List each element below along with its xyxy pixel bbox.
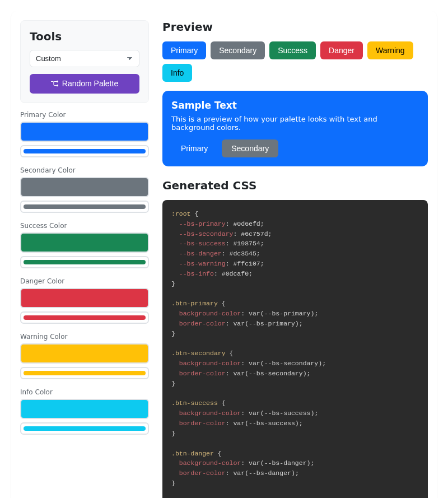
lightness-range-secondary[interactable] <box>24 204 146 209</box>
preview-title: Preview <box>162 20 428 34</box>
color-label-success: Success Color <box>20 222 149 230</box>
random-palette-button[interactable]: Random Palette <box>30 74 139 94</box>
lightness-range-warning[interactable] <box>24 371 146 375</box>
preview-btn-warning[interactable]: Warning <box>367 41 413 59</box>
color-swatch-warning[interactable] <box>20 343 149 364</box>
tools-title: Tools <box>30 30 139 43</box>
lightness-range-wrap-warning <box>20 367 149 379</box>
generated-title: Generated CSS <box>162 179 428 192</box>
generated-css-code[interactable]: :root { --bs-primary: #0d6efd; --bs-seco… <box>162 200 428 498</box>
tools-card: Tools Custom Random Palette <box>20 20 149 103</box>
tools-sidebar: Tools Custom Random Palette Primary Colo… <box>20 20 149 498</box>
color-label-info: Info Color <box>20 388 149 396</box>
preview-btn-info[interactable]: Info <box>162 64 192 82</box>
color-swatch-info[interactable] <box>20 399 149 419</box>
lightness-range-wrap-info <box>20 422 149 435</box>
lightness-range-wrap-danger <box>20 311 149 324</box>
preview-btn-secondary[interactable]: Secondary <box>211 41 265 59</box>
sample-body: This is a preview of how your palette lo… <box>171 115 419 132</box>
preview-btn-primary[interactable]: Primary <box>162 41 206 59</box>
preview-btn-danger[interactable]: Danger <box>320 41 363 59</box>
lightness-range-success[interactable] <box>24 260 146 264</box>
lightness-range-wrap-secondary <box>20 201 149 213</box>
main-panel: Preview Primary Secondary Success Danger… <box>162 20 428 498</box>
preview-button-row: Primary Secondary Success Danger Warning… <box>162 41 428 82</box>
lightness-range-info[interactable] <box>24 426 146 431</box>
color-group-danger: Danger Color <box>20 277 149 324</box>
lightness-range-danger[interactable] <box>24 315 146 320</box>
color-group-secondary: Secondary Color <box>20 166 149 213</box>
lightness-range-wrap-primary <box>20 145 149 157</box>
sample-title: Sample Text <box>171 100 419 111</box>
sample-buttons: Primary Secondary <box>171 139 419 157</box>
preset-select[interactable]: Custom <box>30 50 139 67</box>
random-palette-label: Random Palette <box>62 79 118 89</box>
sample-card: Sample Text This is a preview of how you… <box>162 91 428 166</box>
color-group-primary: Primary Color <box>20 111 149 157</box>
color-swatch-primary[interactable] <box>20 122 149 142</box>
color-group-warning: Warning Color <box>20 333 149 379</box>
color-swatch-secondary[interactable] <box>20 177 149 197</box>
app-container: Tools Custom Random Palette Primary Colo… <box>11 11 437 498</box>
lightness-range-wrap-success <box>20 256 149 268</box>
sample-btn-secondary[interactable]: Secondary <box>222 139 278 157</box>
color-swatch-success[interactable] <box>20 232 149 253</box>
color-swatch-danger[interactable] <box>20 288 149 308</box>
color-label-secondary: Secondary Color <box>20 166 149 174</box>
shuffle-icon <box>51 80 59 87</box>
color-label-danger: Danger Color <box>20 277 149 285</box>
color-group-info: Info Color <box>20 388 149 435</box>
preview-btn-success[interactable]: Success <box>269 41 316 59</box>
sample-btn-primary[interactable]: Primary <box>171 139 217 157</box>
color-group-success: Success Color <box>20 222 149 268</box>
color-label-warning: Warning Color <box>20 333 149 341</box>
color-inputs: Primary ColorSecondary ColorSuccess Colo… <box>20 111 149 435</box>
color-label-primary: Primary Color <box>20 111 149 119</box>
lightness-range-primary[interactable] <box>24 149 146 153</box>
